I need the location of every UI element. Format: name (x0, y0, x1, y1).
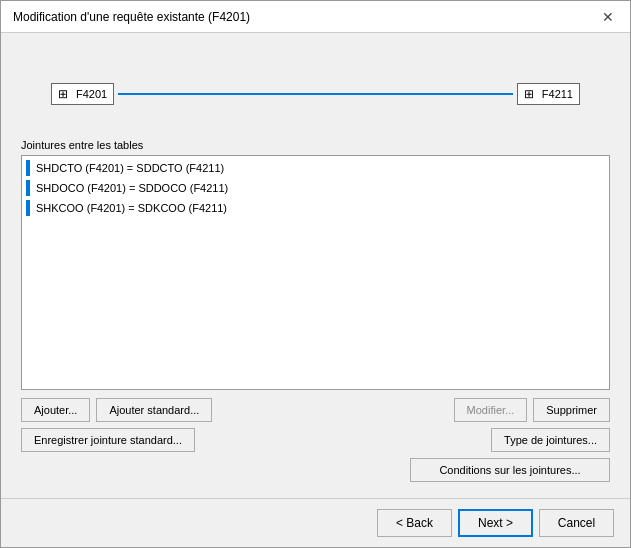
modifier-button[interactable]: Modifier... (454, 398, 528, 422)
table-right-label: F4211 (542, 88, 573, 100)
cancel-button[interactable]: Cancel (539, 509, 614, 537)
join-indicator (26, 200, 30, 216)
join-list[interactable]: SHDCTO (F4201) = SDDCTO (F4211)SHDOCO (F… (21, 155, 610, 390)
table-left-label: F4201 (76, 88, 107, 100)
close-button[interactable]: ✕ (598, 7, 618, 27)
supprimer-button[interactable]: Supprimer (533, 398, 610, 422)
table-right-icon (524, 87, 538, 101)
table-right-box: F4211 (517, 83, 580, 105)
ajouter-standard-button[interactable]: Ajouter standard... (96, 398, 212, 422)
join-section: Jointures entre les tables SHDCTO (F4201… (21, 139, 610, 390)
back-button[interactable]: < Back (377, 509, 452, 537)
list-item[interactable]: SHDOCO (F4201) = SDDOCO (F4211) (22, 178, 609, 198)
enregistrer-button[interactable]: Enregistrer jointure standard... (21, 428, 195, 452)
conditions-button[interactable]: Conditions sur les jointures... (410, 458, 610, 482)
join-item-text: SHDCTO (F4201) = SDDCTO (F4211) (36, 162, 224, 174)
diagram-area: F4201 F4211 (21, 49, 610, 139)
dialog: Modification d'une requête existante (F4… (0, 0, 631, 548)
button-row-2: Enregistrer jointure standard... Type de… (21, 428, 610, 452)
button-row-3: Conditions sur les jointures... (21, 458, 610, 482)
list-item[interactable]: SHKCOO (F4201) = SDKCOO (F4211) (22, 198, 609, 218)
button-row-1: Ajouter... Ajouter standard... Modifier.… (21, 398, 610, 422)
dialog-title: Modification d'une requête existante (F4… (13, 10, 250, 24)
ajouter-button[interactable]: Ajouter... (21, 398, 90, 422)
list-item[interactable]: SHDCTO (F4201) = SDDCTO (F4211) (22, 158, 609, 178)
next-button[interactable]: Next > (458, 509, 533, 537)
join-item-text: SHDOCO (F4201) = SDDOCO (F4211) (36, 182, 228, 194)
join-indicator (26, 180, 30, 196)
title-bar: Modification d'une requête existante (F4… (1, 1, 630, 33)
content-area: F4201 F4211 Jointures entre les tables S… (1, 33, 630, 498)
join-section-label: Jointures entre les tables (21, 139, 610, 151)
join-indicator (26, 160, 30, 176)
type-jointures-button[interactable]: Type de jointures... (491, 428, 610, 452)
connector-line (118, 93, 513, 95)
join-item-text: SHKCOO (F4201) = SDKCOO (F4211) (36, 202, 227, 214)
table-left-box: F4201 (51, 83, 114, 105)
footer: < Back Next > Cancel (1, 498, 630, 547)
table-left-icon (58, 87, 72, 101)
